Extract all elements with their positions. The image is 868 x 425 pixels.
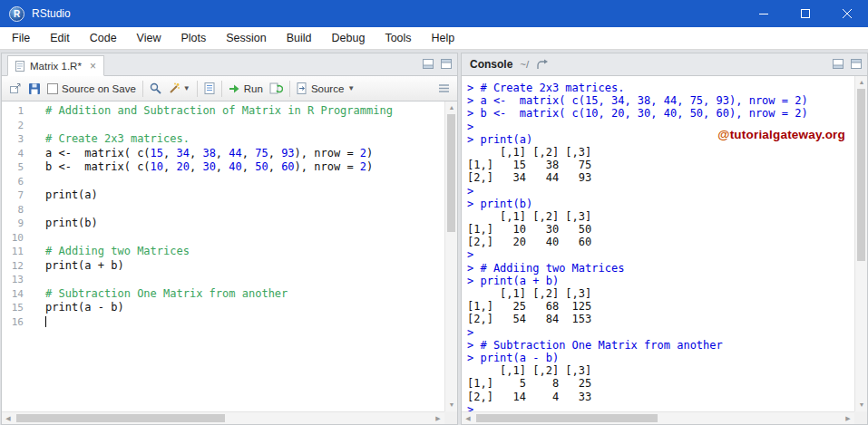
source-label: Source — [311, 83, 344, 94]
code-text — [34, 175, 45, 188]
tab-label: Matrix 1.R* — [30, 61, 82, 72]
goto-directory-arrow-icon[interactable] — [536, 59, 549, 70]
console-horizontal-scrollbar[interactable]: ◀ ▶ — [462, 411, 854, 424]
console-output[interactable]: > # Create 2x3 matrices.> a <- matrix( c… — [462, 76, 854, 411]
minimize-pane-icon[interactable] — [423, 59, 434, 69]
code-line[interactable]: 14# Subtraction One Matrix from another — [2, 287, 444, 302]
scroll-left-arrow-icon[interactable]: ◀ — [2, 412, 15, 425]
line-number: 14 — [2, 287, 34, 302]
source-on-save-label: Source on Save — [62, 83, 136, 94]
tab-close-icon[interactable]: × — [90, 61, 96, 72]
console-input-line: > # Addiing two Matrices — [467, 262, 854, 275]
code-line[interactable]: 1# Addition and Subtraction of Matrix in… — [2, 104, 444, 119]
menu-item-tools[interactable]: Tools — [375, 27, 421, 49]
code-line[interactable]: 7print(a) — [2, 188, 444, 203]
chevron-down-icon: ▼ — [347, 84, 355, 92]
watermark: @tutorialgateway.org — [717, 128, 845, 141]
scrollbar-corner — [854, 411, 867, 424]
console-header: Console ~/ — [462, 53, 867, 76]
scrollbar-thumb[interactable] — [476, 414, 658, 422]
rerun-button[interactable] — [269, 82, 283, 94]
maximize-icon — [801, 9, 810, 18]
menu-item-build[interactable]: Build — [277, 27, 322, 49]
maximize-button[interactable] — [785, 0, 826, 27]
menu-item-code[interactable]: Code — [80, 27, 127, 49]
scroll-right-arrow-icon[interactable]: ▶ — [432, 412, 444, 425]
title-bar[interactable]: R RStudio — [0, 0, 868, 27]
run-button[interactable]: Run — [229, 83, 263, 94]
source-pane: Matrix 1.R* × — [1, 53, 458, 425]
open-in-new-window-button[interactable] — [9, 82, 22, 94]
code-editor[interactable]: 1# Addition and Subtraction of Matrix in… — [2, 101, 444, 411]
minimize-button[interactable] — [743, 0, 785, 27]
editor-vertical-scrollbar[interactable]: ▲ ▼ — [444, 101, 457, 411]
maximize-pane-icon[interactable] — [441, 59, 452, 69]
close-icon — [843, 9, 852, 18]
scrollbar-thumb[interactable] — [16, 414, 225, 422]
code-line[interactable]: 11# Addiing two Matrices — [2, 245, 444, 259]
editor-horizontal-scrollbar[interactable]: ◀ ▶ — [2, 411, 444, 424]
menu-item-plots[interactable]: Plots — [171, 27, 216, 49]
tab-matrix-file[interactable]: Matrix 1.R* × — [7, 55, 104, 76]
maximize-pane-icon[interactable] — [851, 59, 862, 69]
code-line[interactable]: 16 — [2, 315, 444, 330]
code-line[interactable]: 2 — [2, 119, 444, 133]
console-title: Console — [470, 58, 512, 71]
line-number: 12 — [2, 259, 34, 274]
close-button[interactable] — [826, 0, 868, 27]
scrollbar-corner — [444, 411, 457, 424]
source-on-save-toggle[interactable]: Source on Save — [47, 83, 136, 94]
line-number: 3 — [2, 132, 34, 147]
scroll-down-arrow-icon[interactable]: ▼ — [855, 399, 868, 411]
console-output-line: [1,] 25 68 125 — [467, 300, 854, 313]
code-line[interactable]: 5b <- matrix( c(10, 20, 30, 40, 50, 60),… — [2, 160, 444, 175]
menu-item-edit[interactable]: Edit — [40, 27, 80, 49]
code-line[interactable]: 8 — [2, 203, 444, 217]
console-output-line: [2,] 34 44 93 — [467, 171, 854, 184]
source-on-save-checkbox[interactable] — [47, 83, 58, 94]
menu-item-help[interactable]: Help — [422, 27, 465, 49]
scroll-up-arrow-icon[interactable]: ▲ — [445, 101, 458, 114]
code-line[interactable]: 4a <- matrix( c(15, 34, 38, 44, 75, 93),… — [2, 147, 444, 161]
code-tools-button[interactable]: ▼ — [168, 82, 190, 94]
console-vertical-scrollbar[interactable]: ▲ ▼ — [854, 76, 867, 411]
code-line[interactable]: 6 — [2, 175, 444, 189]
scrollbar-thumb[interactable] — [857, 89, 865, 261]
scroll-right-arrow-icon[interactable]: ▶ — [842, 412, 854, 425]
source-pane-buttons — [423, 59, 452, 69]
menu-item-file[interactable]: File — [2, 27, 40, 49]
source-tab-bar: Matrix 1.R* × — [2, 53, 457, 76]
source-button[interactable]: Source ▼ — [297, 82, 355, 94]
scroll-down-arrow-icon[interactable]: ▼ — [445, 399, 458, 411]
code-line[interactable]: 12print(a + b) — [2, 259, 444, 274]
window-title: RStudio — [32, 7, 71, 20]
menu-item-session[interactable]: Session — [216, 27, 276, 49]
watermark-text: tutorialgateway.org — [730, 128, 845, 141]
code-line[interactable]: 3# Create 2x3 matrices. — [2, 132, 444, 147]
minimize-pane-icon[interactable] — [833, 59, 844, 69]
console-output-line: [1,] 5 8 25 — [467, 377, 854, 390]
scrollbar-thumb[interactable] — [447, 114, 455, 232]
console-input-line: > print(a + b) — [467, 275, 854, 287]
line-number: 13 — [2, 273, 34, 287]
scroll-left-arrow-icon[interactable]: ◀ — [462, 412, 474, 425]
scroll-up-arrow-icon[interactable]: ▲ — [855, 76, 868, 89]
code-text: # Addition and Subtraction of Matrix in … — [34, 104, 393, 117]
save-button[interactable] — [28, 82, 41, 95]
menu-item-view[interactable]: View — [127, 27, 171, 49]
document-outline-button[interactable] — [438, 83, 450, 93]
code-line[interactable]: 15print(a - b) — [2, 301, 444, 315]
code-line[interactable]: 13 — [2, 273, 444, 287]
find-replace-button[interactable] — [150, 82, 161, 94]
save-icon — [28, 82, 41, 95]
code-line[interactable]: 9print(b) — [2, 217, 444, 231]
line-number: 15 — [2, 301, 34, 315]
popout-window-icon — [9, 82, 22, 94]
compile-report-button[interactable] — [204, 82, 215, 94]
console-working-directory: ~/ — [520, 59, 529, 70]
code-text: print(a) — [34, 188, 98, 201]
code-line[interactable]: 10 — [2, 231, 444, 246]
menu-item-debug[interactable]: Debug — [322, 27, 375, 49]
text-cursor — [45, 316, 46, 327]
line-number: 16 — [2, 315, 34, 330]
